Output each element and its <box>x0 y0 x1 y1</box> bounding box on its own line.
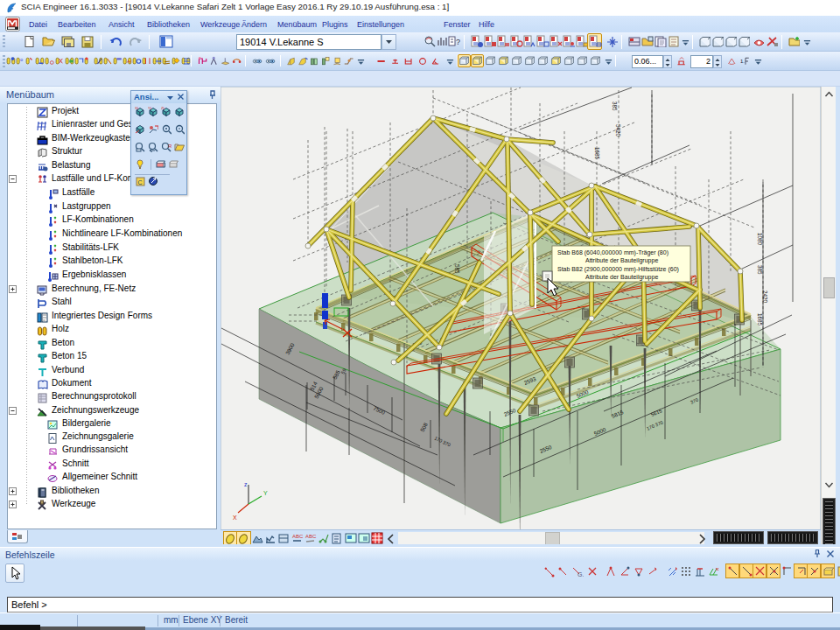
svg-text:X: X <box>233 514 237 521</box>
svg-text:Attribute der Bauteilgruppe: Attribute der Bauteilgruppe <box>585 274 658 281</box>
svg-text:?: ? <box>456 38 460 46</box>
svg-text:Stab B68 (6040,000000 mm)-Träg: Stab B68 (6040,000000 mm)-Träger (80) <box>557 249 668 256</box>
svg-text:G.: G. <box>578 571 584 578</box>
svg-text:Stab B82 (2900,000000 mm)-Hilf: Stab B82 (2900,000000 mm)-Hilfsstütze (6… <box>557 266 679 273</box>
svg-text:YL: YL <box>148 106 153 110</box>
svg-text:XL: XL <box>135 106 140 110</box>
svg-text:Y: Y <box>263 490 268 496</box>
svg-text:1685: 1685 <box>757 313 763 326</box>
svg-text:z: z <box>244 481 248 487</box>
svg-text:1080: 1080 <box>757 233 763 246</box>
svg-text:385: 385 <box>757 265 763 275</box>
svg-text:ZL: ZL <box>161 106 165 110</box>
svg-text:5420: 5420 <box>615 124 621 137</box>
svg-text:o: o <box>20 57 23 62</box>
svg-text:1.: 1. <box>740 59 745 64</box>
svg-text:2420: 2420 <box>762 290 768 304</box>
svg-text:ABC: ABC <box>292 534 304 539</box>
svg-text:R: R <box>168 144 172 149</box>
svg-text:1685: 1685 <box>594 147 600 160</box>
svg-text:C: C <box>138 179 143 186</box>
svg-text:585: 585 <box>454 264 460 274</box>
svg-text:Attribute der Bauteilgruppe: Attribute der Bauteilgruppe <box>585 257 658 264</box>
svg-text:ABC: ABC <box>305 534 317 539</box>
svg-text:385: 385 <box>612 102 618 111</box>
